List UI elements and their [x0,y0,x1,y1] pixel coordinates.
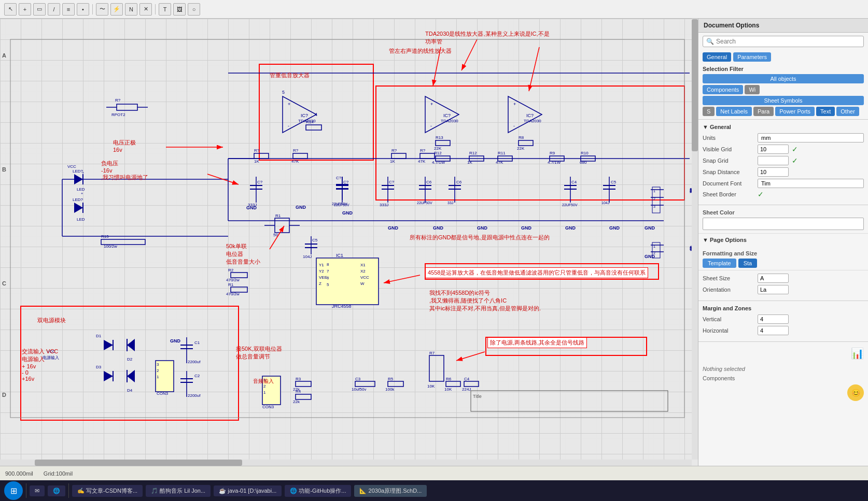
snap-distance-input[interactable] [758,167,789,177]
search-input[interactable] [716,38,860,45]
svg-text:X2: X2 [360,269,366,274]
visible-grid-label: Visible Grid [703,146,754,152]
taskbar-edge[interactable]: 🌐 [48,485,65,496]
coordinates-display: 900.000mil [5,470,33,477]
start-button[interactable]: ⊞ [4,481,23,500]
svg-text:C2: C2 [194,374,200,378]
svg-text:47K: 47K [418,159,426,164]
taskbar-email[interactable]: ✉ [30,485,45,496]
svg-text:IC?: IC? [443,113,451,118]
right-panel: Document Options 🔍 General Parameters Se… [698,19,868,466]
units-label: Units [703,135,754,141]
snap-grid-input[interactable] [758,156,789,165]
filter-para[interactable]: Para [753,107,774,116]
schematic-svg: IC? TDA2030 + - 4 5 IC? TDA2030 + - IC? … [0,19,698,466]
sheet-size-input[interactable] [758,274,789,283]
sheet-border-check: ✓ [758,190,764,198]
annotation-dual-power: 双电源模块 [37,317,66,324]
selection-filter-title: Selection Filter [703,66,864,72]
svg-text:C3: C3 [355,377,361,381]
svg-text:2200uf: 2200uf [188,360,201,364]
snap-grid-label: Snap Grid [703,158,754,164]
line-tool[interactable]: / [48,3,60,16]
document-font-input[interactable] [758,179,864,188]
sheet-border-row: Sheet Border ✓ [703,190,864,198]
components-label: Components [698,374,868,382]
junction-tool[interactable]: • [77,3,89,16]
filter-components[interactable]: Components [703,85,743,94]
svg-text:+: + [430,102,433,107]
taskbar-kicad[interactable]: 📐 2030a原理图.SchD... [354,485,427,497]
units-input[interactable] [758,133,864,142]
power-tool[interactable]: ⚡ [110,3,123,16]
svg-text:22k: 22k [293,399,300,404]
svg-text:2200uf: 2200uf [188,393,201,398]
svg-text:IC?: IC? [526,113,534,118]
schematic-canvas[interactable]: A B C D [0,19,698,466]
sta-button[interactable]: Sta [738,259,758,268]
taskbar-separator [26,483,26,498]
annotation-gnd: 所有标注的GND都是信号地,是跟电源中性点连在一起的 [410,234,550,241]
tab-parameters[interactable]: Parameters [733,52,771,62]
wire-tool[interactable]: 〜 [96,3,108,16]
filter-sheet-sym-s[interactable]: S [703,107,715,116]
orientation-input[interactable] [758,285,789,294]
svg-text:R7: R7 [429,351,435,355]
search-icon: 🔍 [706,38,714,45]
vertical-scrollbar[interactable] [692,19,698,460]
filter-text[interactable]: Text [816,107,835,116]
svg-text:5: 5 [327,282,329,287]
annotation-ac-input: 交流输入 VCC电源输入+ 16v- 0+16v [22,348,58,382]
svg-text:R?: R? [115,98,121,103]
svg-text:C6: C6 [456,180,462,184]
svg-text:R9: R9 [550,151,555,155]
page-options-title: ▼ Page Options [703,237,864,243]
document-font-row: Document Font [703,179,864,188]
svg-text:C5: C5 [611,180,617,184]
sheet-color-preview[interactable] [703,218,864,230]
visible-grid-row: Visible Grid ✓ [703,145,864,154]
filter-sheet-symbols[interactable]: Sheet Symbols [703,96,864,105]
svg-text:6: 6 [327,276,329,280]
horizontal-scrollbar[interactable] [0,460,692,466]
taskbar-github[interactable]: 🌐 功能-GitHub操作... [285,485,351,497]
netlabel-tool[interactable]: N [125,3,137,16]
taskbar-music[interactable]: 🎵 酷狗音乐 Lil Jon... [146,485,211,497]
canvas-area[interactable]: A B C D [0,19,698,466]
main-area: A B C D [0,19,868,466]
cursor-tool[interactable]: ↖ [4,3,17,16]
filter-all-objects[interactable]: All objects [703,74,864,83]
filter-other[interactable]: Other [836,107,859,116]
svg-text:RPOT2: RPOT2 [111,112,125,117]
chart-icon: 📊 [851,347,864,360]
taskbar-java[interactable]: ☕ java-01 [D:\javabi... [214,485,282,496]
svg-text:470/2w: 470/2w [226,292,240,296]
filter-net-labels[interactable]: Net Labels [716,107,752,116]
taskbar-csdn[interactable]: ✍ 写文章-CSDN博客... [72,485,143,497]
snap-grid-check: ✓ [792,156,798,165]
rect-tool[interactable]: ▭ [33,3,46,16]
horizontal-input[interactable] [758,326,789,335]
avatar-container: 😊 [698,382,868,403]
zoom-tool[interactable]: ○ [188,3,200,16]
svg-text:D1: D1 [96,334,102,338]
svg-text:5: 5 [282,90,285,95]
sheet-size-label: Sheet Size [703,275,754,281]
svg-text:1K: 1K [467,160,472,165]
add-tool[interactable]: + [19,3,31,16]
noconnect-tool[interactable]: ✕ [139,3,152,16]
bus-tool[interactable]: ≡ [62,3,75,16]
svg-text:33J: 33J [447,201,453,205]
svg-text:3: 3 [157,362,159,367]
visible-grid-input[interactable] [758,145,789,154]
image-tool[interactable]: 🖼 [173,3,186,16]
template-button[interactable]: Template [703,259,736,268]
svg-text:4.7/1W: 4.7/1W [548,160,561,165]
vertical-input[interactable] [758,314,789,324]
tab-general[interactable]: General [703,52,731,62]
filter-power-ports[interactable]: Power Ports [775,107,815,116]
svg-text:22K: 22K [434,146,442,151]
text-tool[interactable]: T [159,3,171,16]
filter-wires[interactable]: Wi [745,85,760,94]
svg-text:W: W [360,281,365,286]
